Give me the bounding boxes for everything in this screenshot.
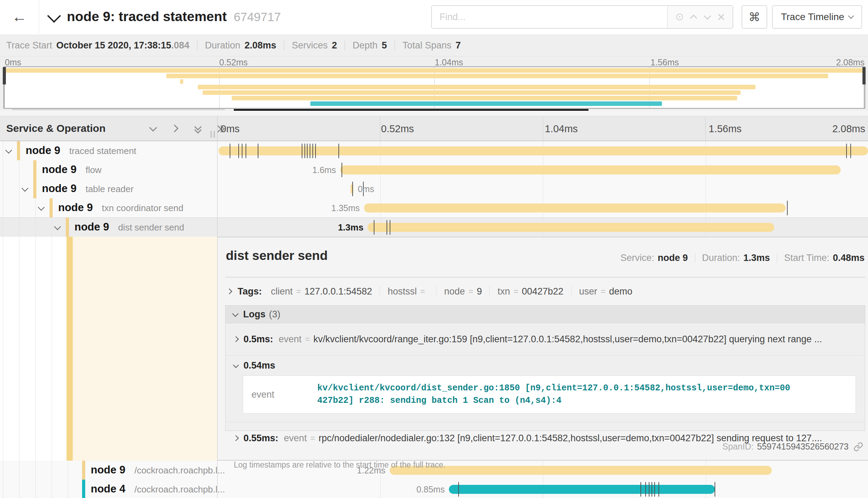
span-timeline-cell[interactable] — [218, 141, 868, 160]
span-duration-bar[interactable] — [219, 146, 868, 155]
span-timeline-cell[interactable]: 1.6ms — [218, 160, 868, 179]
indent-guide — [3, 237, 3, 461]
indent-guide — [52, 237, 52, 461]
span-duration-bar[interactable] — [449, 485, 715, 494]
link-icon[interactable] — [853, 442, 863, 452]
tag-value: 9 — [477, 286, 482, 297]
span-log-tick — [230, 144, 230, 158]
tag-key: user — [579, 286, 597, 297]
tags-expander-icon[interactable] — [227, 289, 232, 295]
span-expander-icon[interactable] — [54, 223, 61, 230]
view-dropdown-button[interactable]: Trace Timeline — [772, 5, 862, 29]
span-tree-cell[interactable]: node 9dist sender send — [0, 218, 217, 237]
service-operation-title: Service & Operation — [6, 123, 106, 134]
find-icon-strip: ✕ — [667, 6, 733, 28]
minimap-span-bar — [180, 79, 184, 84]
minimap-scrubber-left[interactable] — [4, 67, 5, 108]
tag-item[interactable]: user=demo — [579, 286, 632, 297]
span-expander-icon[interactable] — [38, 204, 45, 211]
keyboard-shortcuts-button[interactable]: ⌘ — [742, 5, 767, 29]
span-log-tick — [258, 144, 258, 158]
panel-resize-grip[interactable] — [211, 131, 215, 138]
trace-start-fraction: .084 — [171, 40, 189, 51]
log-expander-icon[interactable] — [233, 362, 239, 368]
minimap-scrubber-right[interactable] — [864, 67, 864, 108]
indent-guide — [19, 179, 19, 198]
span-row[interactable]: node 9dist sender send1.3ms — [0, 217, 868, 237]
target-icon[interactable] — [673, 10, 687, 24]
minimap-span-bar — [166, 74, 828, 78]
span-duration-bar[interactable] — [364, 203, 786, 212]
logs-header[interactable]: Logs (3) — [225, 306, 865, 323]
span-duration-label: Duration: — [702, 253, 740, 263]
log-expander-icon[interactable] — [233, 435, 239, 441]
log-entry-row[interactable]: 0.5ms:event=kv/kvclient/kvcoord/range_it… — [225, 323, 865, 355]
span-tree-cell[interactable]: node 9/cockroach.roachpb.l... — [0, 461, 217, 480]
chevron-down-icon — [848, 13, 854, 19]
tag-item[interactable]: client=127.0.0.1:54582 — [271, 286, 372, 297]
indent-guide — [19, 160, 19, 179]
span-timeline-cell[interactable]: 1.3ms — [218, 218, 868, 237]
timeline-axis-tick: 1.56ms — [709, 123, 742, 135]
span-row[interactable]: node 9table reader0ms — [0, 179, 868, 198]
logs-count: (3) — [269, 309, 281, 320]
tag-value: 127.0.0.1:54582 — [304, 286, 372, 297]
tags-row[interactable]: Tags: client=127.0.0.1:54582hostssl=node… — [226, 283, 865, 300]
span-expander-icon[interactable] — [21, 185, 28, 192]
tags-label: Tags: — [238, 286, 262, 297]
span-tree-cell[interactable]: node 9txn coordinator send — [0, 198, 217, 217]
expand-one-icon[interactable] — [169, 123, 181, 134]
back-button[interactable]: ← — [0, 0, 39, 33]
log-field-name: event — [279, 334, 302, 345]
panel-divider[interactable] — [217, 116, 218, 498]
view-dropdown-label: Trace Timeline — [781, 11, 844, 22]
detail-left-gutter — [0, 237, 217, 461]
find-input[interactable] — [432, 6, 667, 28]
span-duration-bar[interactable] — [340, 165, 841, 174]
span-log-tick — [312, 144, 313, 158]
minimap-span-bar — [203, 90, 741, 95]
span-color-bar — [82, 480, 85, 498]
clear-find-icon[interactable]: ✕ — [714, 10, 728, 24]
span-timeline-cell[interactable]: 1.35ms — [218, 198, 868, 217]
timeline-gridline — [543, 179, 543, 198]
log-field-name: event — [243, 389, 317, 400]
span-expander-icon[interactable] — [5, 147, 12, 154]
collapse-all-icon[interactable] — [192, 123, 203, 134]
log-expander-icon[interactable] — [233, 336, 239, 342]
prev-result-icon[interactable] — [687, 10, 700, 24]
next-result-icon[interactable] — [700, 10, 714, 24]
span-timeline-cell[interactable]: 0ms — [218, 179, 868, 198]
span-row[interactable]: node 9traced statement — [0, 141, 868, 160]
collapse-trace-chevron-icon[interactable] — [47, 9, 61, 23]
span-tree-cell[interactable]: node 9traced statement — [0, 141, 217, 160]
span-tree-cell[interactable]: node 4/cockroach.roachpb.l... — [0, 480, 217, 498]
span-log-tick — [238, 144, 239, 158]
tag-value: demo — [609, 286, 632, 297]
span-row[interactable]: node 4/cockroach.roachpb.l...0.85ms — [0, 480, 868, 498]
span-row[interactable]: node 9flow1.6ms — [0, 160, 868, 179]
span-tree-cell[interactable]: node 9flow — [0, 160, 217, 179]
tag-item[interactable]: node=9 — [444, 286, 482, 297]
span-duration-bar[interactable] — [367, 223, 774, 232]
span-log-tick — [715, 482, 715, 497]
tag-item[interactable]: txn=00427b22 — [497, 286, 563, 297]
span-log-tick — [304, 144, 305, 158]
minimap-canvas[interactable] — [3, 66, 865, 109]
span-operation-name: dist sender send — [118, 222, 184, 233]
timeline-header-gridline — [543, 116, 543, 141]
span-log-tick — [649, 482, 649, 497]
indent-guide — [35, 480, 36, 498]
span-color-bar — [33, 160, 36, 179]
span-start-label: Start Time: — [784, 253, 830, 263]
timeline-axis-tick: 2.08ms — [832, 123, 865, 135]
span-tree-cell[interactable]: node 9table reader — [0, 179, 217, 198]
top-header: ← node 9: traced statement6749717 ✕ ⌘ — [0, 0, 868, 35]
span-row[interactable]: node 9txn coordinator send1.35ms — [0, 198, 868, 217]
trace-id: 6749717 — [234, 10, 281, 24]
span-timeline-cell[interactable]: 0.85ms — [218, 480, 868, 498]
log-entry-row[interactable]: 0.54ms — [225, 355, 865, 375]
span-log-tick — [338, 144, 339, 158]
collapse-one-icon[interactable] — [147, 123, 159, 134]
tag-item[interactable]: hostssl= — [388, 286, 428, 297]
